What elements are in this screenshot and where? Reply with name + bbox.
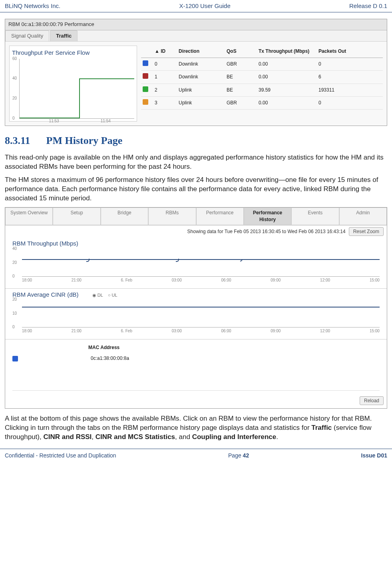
y-tick: 0 bbox=[12, 116, 15, 122]
series-line bbox=[79, 78, 134, 118]
x-tick: 15:00 bbox=[370, 278, 380, 284]
performance-panel-title: RBM 0c:a1:38:00:00:79 Performance bbox=[5, 19, 387, 30]
table-row[interactable]: 1 Downlink BE 0.00 6 bbox=[141, 71, 383, 84]
y-tick: 60 bbox=[12, 56, 17, 62]
tab-traffic[interactable]: Traffic bbox=[50, 30, 78, 42]
x-tick: 12:00 bbox=[320, 328, 330, 334]
cell: Downlink bbox=[179, 61, 227, 68]
table-row[interactable]: 3 Uplink GBR 0.00 0 bbox=[141, 97, 383, 110]
x-tick: 21:00 bbox=[72, 328, 82, 334]
x-tick: 15:00 bbox=[370, 328, 380, 334]
y-tick: 20 bbox=[12, 260, 17, 266]
y-tick: 40 bbox=[12, 246, 17, 252]
service-flow-table: ▲ ID Direction QoS Tx Throughput (Mbps) … bbox=[141, 46, 383, 122]
cell: 0 bbox=[155, 61, 179, 68]
footer-confidential: Confidential - Restricted Use and Duplic… bbox=[5, 451, 116, 459]
header-release: Release D 0.1 bbox=[349, 2, 387, 10]
y-tick: 40 bbox=[12, 76, 17, 82]
radio-ul[interactable]: ○ UL bbox=[108, 292, 117, 299]
x-tick: 11:54 bbox=[101, 118, 111, 124]
footer-page: Page 42 bbox=[228, 451, 249, 459]
cell: 1 bbox=[155, 74, 179, 80]
x-tick: 21:00 bbox=[72, 278, 82, 284]
nav-performance[interactable]: Performance bbox=[196, 208, 244, 226]
mac-address-header: MAC Address bbox=[88, 342, 380, 353]
x-tick: 6. Feb bbox=[121, 278, 132, 284]
col-tx-throughput[interactable]: Tx Throughput (Mbps) bbox=[259, 48, 318, 55]
col-packets-out[interactable]: Packets Out bbox=[318, 48, 366, 55]
color-swatch-icon bbox=[143, 73, 148, 79]
table-row[interactable]: 2 Uplink BE 39.59 193311 bbox=[141, 84, 383, 97]
rbm-list: MAC Address 0c:a1:38:00:00:8a bbox=[5, 339, 387, 393]
performance-tabs: Signal Quality Traffic bbox=[5, 30, 387, 42]
x-tick: 06:00 bbox=[221, 328, 231, 334]
nav-bridge[interactable]: Bridge bbox=[101, 208, 148, 226]
cell: Uplink bbox=[179, 87, 227, 94]
cell: 3 bbox=[155, 100, 179, 106]
cell: GBR bbox=[227, 61, 259, 68]
throughput-chart-title: Throughput Per Service Flow bbox=[12, 48, 134, 57]
mac-address-value: 0c:a1:38:00:00:8a bbox=[91, 355, 129, 362]
cell: BE bbox=[227, 74, 259, 80]
rbm-cinr-title: RBM Average CINR (dB) ◉ DL ○ UL bbox=[12, 290, 380, 299]
col-id[interactable]: ▲ ID bbox=[155, 48, 179, 55]
main-nav-tabs: System Overview Setup Bridge RBMs Perfor… bbox=[5, 208, 387, 226]
x-tick: 11:53 bbox=[49, 118, 59, 124]
series-line bbox=[240, 259, 243, 262]
cell: 0.00 bbox=[259, 74, 318, 80]
x-tick: 09:00 bbox=[271, 328, 281, 334]
nav-rbms[interactable]: RBMs bbox=[148, 208, 196, 226]
header-company: BLiNQ Networks Inc. bbox=[5, 2, 60, 10]
reload-button[interactable]: Reload bbox=[360, 396, 384, 405]
body-paragraph: The HM stores a maximum of 96 performanc… bbox=[5, 176, 387, 203]
series-line bbox=[22, 259, 380, 260]
page-header: BLiNQ Networks Inc. X-1200 User Guide Re… bbox=[0, 0, 392, 12]
radio-dl[interactable]: ◉ DL bbox=[92, 292, 103, 299]
page-footer: Confidential - Restricted Use and Duplic… bbox=[0, 449, 392, 463]
color-swatch-icon bbox=[143, 60, 148, 66]
color-swatch-icon bbox=[143, 99, 148, 105]
table-row[interactable]: 0 Downlink GBR 0.00 0 bbox=[141, 58, 383, 71]
x-tick: 6. Feb bbox=[121, 328, 132, 334]
nav-setup[interactable]: Setup bbox=[53, 208, 100, 226]
rbm-cinr-chart: RBM Average CINR (dB) ◉ DL ○ UL 20 10 0 … bbox=[5, 289, 387, 339]
cell: 0.00 bbox=[259, 61, 318, 68]
performance-history-panel: System Overview Setup Bridge RBMs Perfor… bbox=[5, 207, 387, 409]
reset-zoom-button[interactable]: Reset Zoom bbox=[349, 227, 384, 236]
x-tick: 03:00 bbox=[172, 328, 182, 334]
x-tick: 09:00 bbox=[271, 278, 281, 284]
cell: 193311 bbox=[318, 87, 366, 94]
series-line bbox=[20, 118, 79, 118]
x-axis-ticks: 18:00 21:00 6. Feb 03:00 06:00 09:00 12:… bbox=[22, 278, 380, 284]
section-title: PM History Page bbox=[46, 135, 123, 146]
cell: BE bbox=[227, 87, 259, 94]
x-tick: 06:00 bbox=[221, 278, 231, 284]
col-direction[interactable]: Direction bbox=[179, 48, 227, 55]
tab-signal-quality[interactable]: Signal Quality bbox=[5, 30, 49, 42]
color-swatch-icon bbox=[12, 356, 18, 361]
nav-performance-history[interactable]: Performance History bbox=[244, 208, 291, 226]
nav-admin[interactable]: Admin bbox=[339, 208, 387, 226]
section-number: 8.3.11 bbox=[5, 135, 30, 146]
header-doc-title: X-1200 User Guide bbox=[179, 2, 230, 10]
body-paragraph: This read-only page is available on the … bbox=[5, 153, 387, 172]
cell: 6 bbox=[318, 74, 366, 80]
cell: GBR bbox=[227, 100, 259, 106]
series-line bbox=[22, 307, 380, 307]
rbm-throughput-title: RBM Throughput (Mbps) bbox=[12, 239, 380, 248]
cell: 0.00 bbox=[259, 100, 318, 106]
cell: 0 bbox=[318, 100, 366, 106]
x-tick: 03:00 bbox=[172, 278, 182, 284]
col-qos[interactable]: QoS bbox=[227, 48, 259, 55]
x-tick: 18:00 bbox=[22, 278, 32, 284]
y-tick: 20 bbox=[12, 297, 17, 303]
y-tick: 0 bbox=[12, 324, 15, 330]
showing-data-range: Showing data for Tue Feb 05 2013 16:30:4… bbox=[187, 228, 346, 235]
nav-events[interactable]: Events bbox=[291, 208, 339, 226]
table-header-row: ▲ ID Direction QoS Tx Throughput (Mbps) … bbox=[141, 46, 383, 58]
nav-system-overview[interactable]: System Overview bbox=[5, 208, 53, 226]
y-tick: 20 bbox=[12, 95, 17, 101]
rbm-throughput-chart: RBM Throughput (Mbps) 40 20 0 18:00 21:0… bbox=[5, 238, 387, 288]
list-item[interactable]: 0c:a1:38:00:00:8a bbox=[12, 353, 380, 390]
color-swatch-icon bbox=[143, 86, 148, 92]
